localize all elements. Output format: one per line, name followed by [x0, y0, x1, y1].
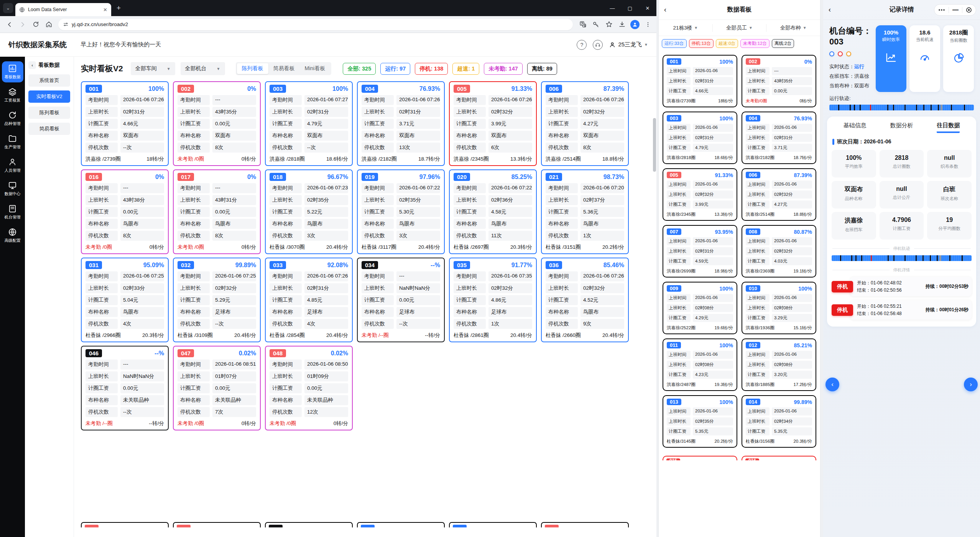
- minimize-icon[interactable]: —: [952, 7, 959, 13]
- prev-machine-button[interactable]: ‹: [825, 378, 839, 391]
- machine-card[interactable]: 0170%考勤时间---上班时长43时31分计圈工资0.00元布种名称鸟眼布停机…: [173, 169, 261, 254]
- workshop-select[interactable]: 全部车间▼: [131, 62, 175, 75]
- machine-card[interactable]: 03299.89%考勤时间2026-01-06 07:25:06上班时长02时3…: [173, 258, 261, 342]
- machine-select[interactable]: 全部机台▼: [181, 62, 225, 75]
- panel-status-chip-blue[interactable]: 运行:33台: [662, 39, 687, 48]
- more-menu-icon[interactable]: [938, 8, 945, 11]
- site-settings-icon[interactable]: [63, 21, 69, 27]
- forward-button[interactable]: [17, 19, 28, 30]
- status-chip-black[interactable]: 离线: 89: [527, 63, 557, 75]
- tab-search-chevron-icon[interactable]: ⌄: [3, 3, 13, 13]
- mini-machine-card-partial[interactable]: 016: [742, 456, 816, 460]
- tab-往日数据[interactable]: 往日数据: [925, 122, 972, 133]
- submenu-item[interactable]: 陈列看板: [28, 107, 70, 119]
- machine-card[interactable]: 0470.02%考勤时间2026-01-06 08:51:40上班时长01时07…: [173, 346, 261, 430]
- close-circle-icon[interactable]: [966, 7, 972, 13]
- sidebar-item-globe[interactable]: 高级配置: [2, 225, 23, 246]
- bookmark-star-icon[interactable]: [604, 20, 613, 29]
- browser-profile-avatar[interactable]: [630, 20, 640, 29]
- machine-card-partial[interactable]: [81, 522, 169, 527]
- mini-machine-card[interactable]: 003100%上班时间2026-01-06上班时长02时31分计圈工资4.79元…: [663, 112, 737, 164]
- machine-card-partial[interactable]: [265, 522, 353, 527]
- mini-machine-card[interactable]: 01285.21%上班时间2026-01-06上班时长02时08分计圈工资3.2…: [742, 338, 816, 391]
- window-close-button[interactable]: ✕: [639, 0, 656, 16]
- machine-card[interactable]: 00476.93%考勤时间2026-01-06 07:26:29上班时长02时3…: [357, 81, 445, 166]
- machine-card[interactable]: 003100%考勤时间2026-01-06 07:27:57上班时长02时31分…: [265, 81, 353, 166]
- machine-card[interactable]: 03591.77%考勤时间2026-01-06 07:35:24上班时长02时3…: [449, 258, 537, 342]
- sidebar-item-refresh[interactable]: 品种管理: [2, 108, 23, 129]
- download-icon[interactable]: [617, 20, 626, 29]
- user-menu[interactable]: 25三龙飞 ▼: [609, 41, 648, 48]
- mini-machine-card[interactable]: 0020%上班时间---上班时长43时35分计圈工资0.00元未考勤/0圈0转/…: [742, 55, 816, 107]
- new-tab-button[interactable]: +: [117, 4, 121, 12]
- sidebar-item-document[interactable]: 机台管理: [2, 202, 23, 223]
- submenu-item[interactable]: 简易看板: [28, 123, 70, 135]
- machine-card[interactable]: 0480.02%考勤时间2026-01-06 08:50:14上班时长01时09…: [265, 346, 353, 430]
- machine-card-partial[interactable]: [449, 522, 537, 527]
- headset-icon[interactable]: [593, 40, 603, 50]
- mini-machine-card-partial[interactable]: 015: [663, 456, 737, 460]
- building-filter[interactable]: 21栋3楼▼: [659, 24, 713, 32]
- mini-machine-card[interactable]: 00476.93%上班时间2026-01-06上班时长02时31分计圈工资3.7…: [742, 112, 816, 164]
- machine-card[interactable]: 01896.67%考勤时间2026-01-06 07:23:37上班时长02时3…: [265, 169, 353, 254]
- window-maximize-button[interactable]: ▢: [621, 0, 639, 16]
- machine-card[interactable]: 0160%考勤时间---上班时长43时38分计圈工资0.00元布种名称鸟眼布停机…: [81, 169, 169, 254]
- panel-status-chip-magenta[interactable]: 未考勤:12台: [740, 39, 770, 48]
- browser-tab[interactable]: Loom Data Server ✕: [15, 3, 111, 16]
- panel-status-chip-yellow[interactable]: 超速:0台: [716, 39, 738, 48]
- mini-machine-card[interactable]: 011100%上班时间2026-01-06上班时长02时08分计圈工资4.23元…: [663, 338, 737, 391]
- employee-filter[interactable]: 全部员工▼: [713, 24, 767, 32]
- machine-card-partial[interactable]: [173, 522, 261, 527]
- mini-machine-card[interactable]: 009100%上班时间2026-01-06上班时长02时08分计圈工资4.29元…: [663, 282, 737, 334]
- sidebar-item-user[interactable]: 人员管理: [2, 155, 23, 176]
- back-arrow-icon[interactable]: ‹: [664, 6, 666, 14]
- tab-close-icon[interactable]: ✕: [103, 7, 107, 13]
- sidebar-item-monitor[interactable]: 数据中心: [2, 178, 23, 199]
- machine-card[interactable]: 0020%考勤时间---上班时长43时35分计圈工资0.00元布种名称双面布停机…: [173, 81, 261, 166]
- status-chip-magenta[interactable]: 未考勤: 147: [484, 63, 523, 75]
- mini-machine-card[interactable]: 00793.95%上班时间2026-01-06上班时长02时31分计圈工资4.5…: [663, 225, 737, 278]
- machine-card[interactable]: 01997.96%考勤时间2026-01-06 07:22:08上班时长02时3…: [357, 169, 445, 254]
- submenu-item[interactable]: 系统首页: [28, 74, 70, 87]
- machine-card[interactable]: 02085.25%考勤时间2026-01-06 07:22:08上班时长02时3…: [449, 169, 537, 254]
- fabric-filter[interactable]: 全部布种▼: [766, 24, 820, 32]
- view-tab[interactable]: 陈列看板: [237, 63, 268, 74]
- window-minimize-button[interactable]: —: [603, 0, 621, 16]
- machine-card[interactable]: 03392.08%考勤时间2026-01-06 07:26:36上班时长02时3…: [265, 258, 353, 342]
- machine-card[interactable]: 03195.09%考勤时间2026-01-06 07:25:06上班时长02时3…: [81, 258, 169, 342]
- status-chip-yellow[interactable]: 超速: 1: [452, 63, 479, 75]
- mini-machine-card[interactable]: 00880.87%上班时间2026-01-06上班时长02时32分计圈工资4.0…: [742, 225, 816, 278]
- url-text[interactable]: yj.qd-zx.cn/user/broadv2: [72, 21, 128, 27]
- help-icon[interactable]: ?: [577, 40, 587, 50]
- machine-card[interactable]: 034--%考勤时间---上班时长NaN时NaN分计圈工资0.00元布种名称足球…: [357, 258, 445, 342]
- machine-card-partial[interactable]: [541, 522, 629, 527]
- machine-card[interactable]: 03685.46%考勤时间2026-01-06 07:26:40上班时长02时3…: [541, 258, 629, 342]
- mini-machine-card[interactable]: 010100%上班时间2026-01-06上班时长02时08分计圈工资3.29元…: [742, 282, 816, 334]
- status-chip-red[interactable]: 停机: 138: [415, 63, 448, 75]
- panel-status-chip-black[interactable]: 离线:2台: [772, 39, 794, 48]
- sidebar-item-folder[interactable]: 生产管理: [2, 131, 23, 153]
- mini-machine-card[interactable]: 013100%上班时间2026-01-06上班时长02时35分计圈工资5.35元…: [663, 395, 737, 448]
- submenu-collapse-icon[interactable]: ‹: [28, 61, 36, 69]
- scrollbar-thumb[interactable]: [653, 118, 656, 172]
- machine-card[interactable]: 046--%考勤时间---上班时长NaN时NaN分计圈工资0.00元布种名称未关…: [81, 346, 169, 430]
- browser-menu-kebab-icon[interactable]: [643, 20, 653, 29]
- back-button[interactable]: [4, 19, 15, 30]
- next-machine-button[interactable]: ›: [964, 378, 978, 391]
- translate-icon[interactable]: [578, 20, 587, 29]
- tab-基础信息[interactable]: 基础信息: [832, 122, 878, 133]
- tab-数据分析[interactable]: 数据分析: [878, 122, 925, 133]
- home-button[interactable]: [43, 19, 54, 30]
- submenu-item[interactable]: 实时看板V2: [28, 90, 70, 103]
- sidebar-item-bar-chart[interactable]: 看板数据: [2, 61, 23, 82]
- sidebar-item-layers[interactable]: 工资核算: [2, 85, 23, 106]
- status-chip-blue[interactable]: 运行: 97: [380, 63, 410, 75]
- reload-button[interactable]: [30, 19, 41, 30]
- machine-card[interactable]: 001100%考勤时间2026-01-06 07:26:29上班时长02时31分…: [81, 81, 169, 166]
- back-arrow-icon[interactable]: ‹: [829, 6, 831, 14]
- machine-card[interactable]: 00591.33%考勤时间2026-01-06 07:26:29上班时长02时3…: [449, 81, 537, 166]
- view-tab[interactable]: 简易看板: [268, 63, 300, 74]
- password-key-icon[interactable]: [591, 20, 600, 29]
- panel-status-chip-red[interactable]: 停机:13台: [689, 39, 714, 48]
- machine-card[interactable]: 00687.39%考勤时间2026-01-06 07:26:29上班时长02时3…: [541, 81, 629, 166]
